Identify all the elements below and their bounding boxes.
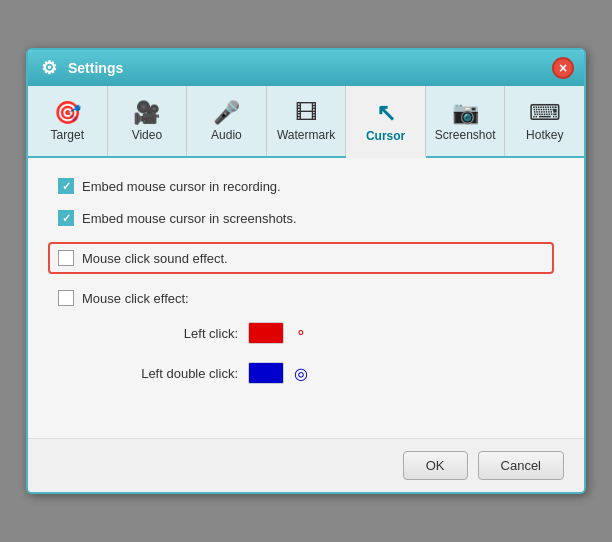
left-dblclick-color-swatch[interactable] — [248, 362, 284, 384]
video-icon: 🎥 — [133, 102, 160, 124]
target-icon: 🎯 — [54, 102, 81, 124]
tab-audio[interactable]: 🎤 Audio — [187, 86, 267, 156]
dialog-footer: OK Cancel — [28, 438, 584, 492]
tab-watermark[interactable]: 🎞 Watermark — [267, 86, 347, 156]
screenshot-icon: 📷 — [452, 102, 479, 124]
tab-hotkey-label: Hotkey — [526, 128, 563, 142]
watermark-icon: 🎞 — [295, 102, 317, 124]
tab-video-label: Video — [132, 128, 162, 142]
embed-recording-row: Embed mouse cursor in recording. — [58, 178, 554, 194]
click-effect-label: Mouse click effect: — [82, 291, 189, 306]
left-click-row: Left click: ⚬ — [58, 322, 554, 344]
tab-watermark-label: Watermark — [277, 128, 335, 142]
click-effect-row: Mouse click effect: — [58, 290, 554, 306]
settings-content: Embed mouse cursor in recording. Embed m… — [28, 158, 584, 438]
tab-screenshot-label: Screenshot — [435, 128, 496, 142]
embed-screenshot-label: Embed mouse cursor in screenshots. — [82, 211, 297, 226]
close-button[interactable]: × — [552, 57, 574, 79]
tab-target-label: Target — [51, 128, 84, 142]
settings-window: ⚙ Settings × 🎯 Target 🎥 Video 🎤 Audio 🎞 … — [26, 48, 586, 494]
left-dblclick-label: Left double click: — [118, 366, 238, 381]
tabs-bar: 🎯 Target 🎥 Video 🎤 Audio 🎞 Watermark ↖ C… — [28, 86, 584, 158]
title-bar: ⚙ Settings × — [28, 50, 584, 86]
gear-icon: ⚙ — [38, 57, 60, 79]
ok-button[interactable]: OK — [403, 451, 468, 480]
embed-screenshot-row: Embed mouse cursor in screenshots. — [58, 210, 554, 226]
title-bar-left: ⚙ Settings — [38, 57, 123, 79]
audio-icon: 🎤 — [213, 102, 240, 124]
hotkey-icon: ⌨ — [529, 102, 561, 124]
embed-recording-label: Embed mouse cursor in recording. — [82, 179, 281, 194]
embed-screenshot-checkbox[interactable] — [58, 210, 74, 226]
tab-target[interactable]: 🎯 Target — [28, 86, 108, 156]
window-title: Settings — [68, 60, 123, 76]
tab-audio-label: Audio — [211, 128, 242, 142]
tab-cursor-label: Cursor — [366, 129, 405, 143]
click-sound-row: Mouse click sound effect. — [48, 242, 554, 274]
tab-video[interactable]: 🎥 Video — [108, 86, 188, 156]
left-dblclick-row: Left double click: ◎ — [58, 362, 554, 384]
cancel-button[interactable]: Cancel — [478, 451, 564, 480]
tab-cursor[interactable]: ↖ Cursor — [346, 86, 426, 158]
left-click-indicator: ⚬ — [294, 326, 308, 340]
embed-recording-checkbox[interactable] — [58, 178, 74, 194]
left-dblclick-indicator: ◎ — [294, 366, 308, 380]
tab-hotkey[interactable]: ⌨ Hotkey — [505, 86, 584, 156]
tab-screenshot[interactable]: 📷 Screenshot — [426, 86, 506, 156]
left-click-color-swatch[interactable] — [248, 322, 284, 344]
click-effect-checkbox[interactable] — [58, 290, 74, 306]
left-click-label: Left click: — [118, 326, 238, 341]
cursor-icon: ↖ — [376, 101, 396, 125]
click-sound-checkbox[interactable] — [58, 250, 74, 266]
click-sound-label: Mouse click sound effect. — [82, 251, 228, 266]
